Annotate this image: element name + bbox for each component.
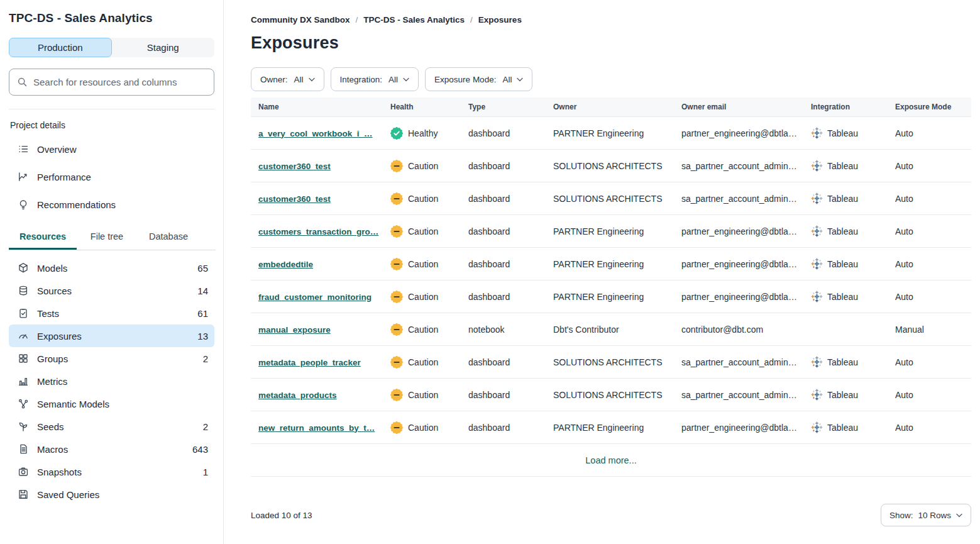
load-more-link[interactable]: Load more...: [585, 455, 636, 465]
integration-cell: Tableau: [803, 127, 888, 139]
sidebar-item-label: Recommendations: [37, 199, 116, 210]
health-cell: Caution: [383, 291, 461, 303]
exposure-name-link[interactable]: metadata_products: [258, 391, 337, 400]
health-cell: Caution: [383, 421, 461, 434]
column-header-owner-email: Owner email: [674, 103, 803, 111]
owner-email-cell: partner_engineering@dbtla…: [674, 226, 803, 236]
tab-file-tree[interactable]: File tree: [77, 231, 137, 250]
sidebar-item-groups[interactable]: Groups2: [9, 347, 214, 370]
table-row: fraud_customer_monitoringCautiondashboar…: [251, 280, 971, 313]
owner-email-cell: partner_engineering@dbtla…: [674, 259, 803, 269]
health-healthy-icon: [390, 127, 403, 140]
filter-value: All: [502, 75, 512, 84]
exposure-name-link[interactable]: customer360_test: [258, 162, 331, 171]
save-icon: [18, 489, 29, 500]
exposure-name-link[interactable]: embeddedtile: [258, 260, 313, 269]
sidebar-item-sources[interactable]: Sources14: [9, 279, 214, 302]
table-row: customer360_testCautiondashboardSOLUTION…: [251, 182, 971, 215]
rows-per-page-select[interactable]: Show: 10 Rows: [881, 504, 971, 526]
sidebar-item-performance[interactable]: Performance: [9, 163, 214, 191]
exposure-name-link[interactable]: metadata_people_tracker: [258, 358, 361, 367]
health-cell: Caution: [383, 258, 461, 270]
table-row: customer360_testCautiondashboardSOLUTION…: [251, 150, 971, 182]
health-label: Caution: [408, 226, 438, 236]
owner-email-cell: sa_partner_account_admin…: [674, 357, 803, 367]
filter-value: All: [388, 75, 398, 84]
column-header-exposure-mode: Exposure Mode: [888, 103, 971, 111]
health-label: Caution: [408, 357, 438, 367]
type-cell: dashboard: [461, 194, 546, 204]
production-toggle-button[interactable]: Production: [9, 38, 112, 57]
sidebar-item-tests[interactable]: Tests61: [9, 302, 214, 325]
filter-integration[interactable]: Integration:All: [331, 67, 419, 91]
exposure-name-link[interactable]: customer360_test: [258, 194, 331, 204]
sidebar-item-macros[interactable]: Macros643: [9, 438, 214, 460]
breadcrumb-item: Exposures: [478, 15, 522, 25]
exposures-table: NameHealthTypeOwnerOwner emailIntegratio…: [251, 97, 971, 477]
table-row: metadata_people_trackerCautiondashboardS…: [251, 346, 971, 379]
filter-value: All: [294, 75, 304, 84]
filter-owner[interactable]: Owner:All: [251, 67, 324, 91]
exposure-mode-cell: Auto: [888, 226, 971, 236]
health-label: Caution: [408, 423, 438, 433]
sidebar-item-models[interactable]: Models65: [9, 257, 214, 279]
lightbulb-icon: [18, 199, 29, 210]
table-header-row: NameHealthTypeOwnerOwner emailIntegratio…: [251, 97, 971, 117]
exposure-name-link[interactable]: customers_transaction_gro…: [258, 227, 378, 236]
sidebar-item-snapshots[interactable]: Snapshots1: [9, 460, 214, 483]
column-header-health: Health: [383, 103, 461, 111]
tableau-icon: [811, 389, 823, 401]
tab-database[interactable]: Database: [137, 231, 200, 250]
integration-label: Tableau: [827, 128, 858, 138]
health-cell: Caution: [383, 160, 461, 172]
exposure-mode-cell: Auto: [888, 161, 971, 171]
type-cell: notebook: [461, 325, 546, 335]
sidebar-item-recommendations[interactable]: Recommendations: [9, 191, 214, 218]
tabs-rail: [9, 250, 216, 250]
sidebar-item-label: Overview: [37, 144, 77, 155]
health-caution-icon: [390, 160, 403, 172]
seedling-icon: [18, 421, 29, 432]
health-caution-icon: [390, 389, 403, 401]
resource-count: 65: [197, 263, 208, 274]
staging-toggle-button[interactable]: Staging: [112, 38, 215, 57]
health-label: Caution: [408, 325, 438, 335]
integration-label: Tableau: [827, 357, 858, 367]
resource-count: 13: [197, 331, 208, 341]
search-input[interactable]: [33, 77, 206, 87]
exposure-mode-cell: Auto: [888, 292, 971, 302]
exposure-name-link[interactable]: fraud_customer_monitoring: [258, 292, 372, 302]
health-caution-icon: [390, 258, 403, 270]
breadcrumb-item[interactable]: Community DX Sandbox: [251, 15, 350, 25]
exposure-name-link[interactable]: manual_exposure: [258, 325, 331, 335]
sidebar-item-overview[interactable]: Overview: [9, 135, 214, 163]
column-header-integration: Integration: [803, 103, 888, 111]
tableau-icon: [811, 225, 823, 237]
sidebar-item-exposures[interactable]: Exposures13: [9, 325, 214, 347]
search-box[interactable]: [9, 69, 214, 96]
type-cell: dashboard: [461, 292, 546, 302]
tableau-icon: [811, 291, 823, 303]
breadcrumb-item[interactable]: TPC-DS - Sales Analytics: [363, 15, 465, 25]
exposure-mode-cell: Manual: [888, 325, 971, 335]
integration-cell: Tableau: [803, 356, 888, 368]
sidebar-item-metrics[interactable]: Metrics: [9, 370, 214, 392]
sidebar-item-saved-queries[interactable]: Saved Queries: [9, 483, 214, 506]
exposure-mode-cell: Auto: [888, 259, 971, 269]
owner-cell: PARTNER Engineering: [546, 423, 674, 433]
owner-cell: PARTNER Engineering: [546, 292, 674, 302]
show-label: Show:: [889, 511, 913, 520]
type-cell: dashboard: [461, 390, 546, 400]
sidebar-item-seeds[interactable]: Seeds2: [9, 415, 214, 438]
sidebar-item-semantic-models[interactable]: Semantic Models: [9, 392, 214, 415]
table-row: new_return_amounts_by_t…Cautiondashboard…: [251, 411, 971, 444]
health-caution-icon: [390, 323, 403, 336]
resource-list: Models65Sources14Tests61Exposures13Group…: [9, 257, 214, 506]
exposure-name-link[interactable]: new_return_amounts_by_t…: [258, 423, 375, 433]
breadcrumb: Community DX Sandbox/TPC-DS - Sales Anal…: [251, 15, 971, 25]
tab-resources[interactable]: Resources: [9, 231, 77, 250]
exposure-name-link[interactable]: a_very_cool_workbook_i_…: [258, 129, 373, 138]
filter-exposure-mode[interactable]: Exposure Mode:All: [425, 67, 532, 91]
resource-label: Metrics: [37, 376, 200, 387]
owner-email-cell: partner_engineering@dbtla…: [674, 292, 803, 302]
